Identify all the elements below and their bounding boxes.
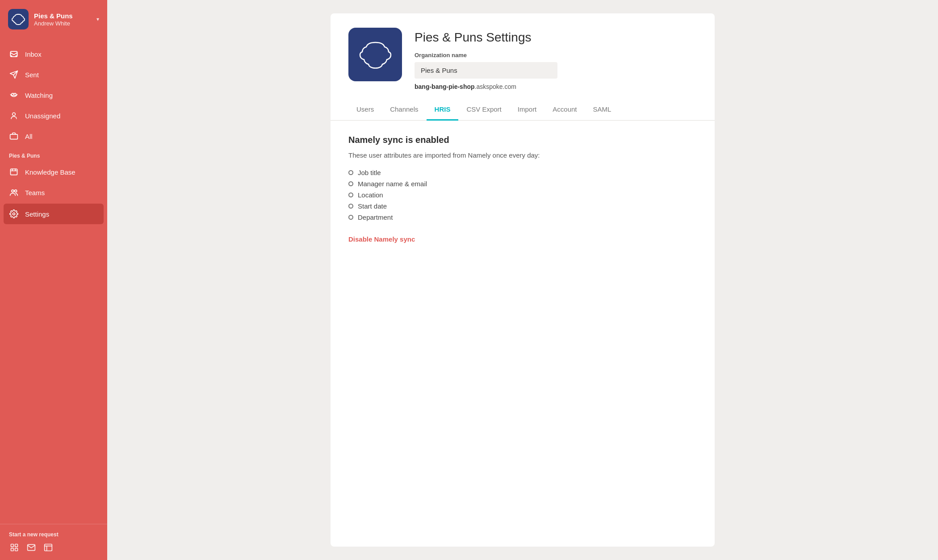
sidebar-item-label: Sent [25,71,39,79]
sidebar: Pies & Puns Andrew White ▾ Inbox [0,0,107,560]
tab-import[interactable]: Import [510,99,545,121]
org-logo-large [348,28,402,81]
svg-point-3 [14,93,16,96]
org-name-input[interactable] [415,62,557,79]
watching-icon [9,90,19,100]
sidebar-user-name: Andrew White [34,20,91,27]
sidebar-item-label: Teams [25,189,45,196]
sidebar-item-label: Settings [25,210,49,218]
sidebar-nav: Inbox Sent Watching [0,38,107,230]
main-content: Pies & Puns Settings Organization name b… [107,0,938,560]
sidebar-item-inbox[interactable]: Inbox [0,44,107,64]
org-details: Pies & Puns Settings Organization name b… [415,28,697,90]
tab-csv-export[interactable]: CSV Export [458,99,509,121]
org-name-label: Organization name [415,52,697,59]
svg-point-4 [13,113,16,116]
org-url: bang-bang-pie-shop.askspoke.com [415,83,697,90]
svg-point-10 [12,190,14,192]
teams-icon [9,188,19,197]
all-icon [9,131,19,141]
tab-hris[interactable]: HRIS [427,99,459,121]
svg-point-11 [15,190,17,192]
tab-account[interactable]: Account [544,99,585,121]
svg-rect-16 [15,548,18,551]
sidebar-item-label: Watching [25,92,53,99]
sidebar-header[interactable]: Pies & Puns Andrew White ▾ [0,0,107,38]
svg-point-12 [13,213,15,215]
tab-users[interactable]: Users [348,99,382,121]
page-title-light: Settings [483,30,532,44]
sidebar-item-unassigned[interactable]: Unassigned [0,105,107,126]
sidebar-bottom: Start a new request [0,524,107,560]
svg-rect-13 [11,544,14,547]
sent-icon [9,70,19,79]
svg-rect-5 [10,134,18,139]
sidebar-item-settings[interactable]: Settings [4,204,104,224]
hris-tab-content: Namely sync is enabled These user attrib… [331,121,715,258]
disable-namely-sync-link[interactable]: Disable Namely sync [348,235,415,243]
sidebar-item-label: Unassigned [25,112,60,120]
svg-rect-14 [15,544,18,547]
settings-icon [9,209,19,219]
sidebar-item-all[interactable]: All [0,126,107,146]
page-title-bold: Pies & Puns [415,30,483,44]
svg-rect-6 [11,169,17,175]
hris-attributes-list: Job title Manager name & email Location … [348,167,697,223]
hris-title: Namely sync is enabled [348,135,697,145]
list-item: Job title [348,167,697,178]
sidebar-item-label: All [25,133,33,140]
inbox-icon [9,49,19,59]
sidebar-org-info: Pies & Puns Andrew White [34,12,91,27]
start-new-request-label: Start a new request [9,531,98,538]
sidebar-item-sent[interactable]: Sent [0,64,107,85]
sidebar-item-label: Inbox [25,50,42,58]
svg-rect-15 [11,548,14,551]
tab-saml[interactable]: SAML [585,99,620,121]
email-icon[interactable] [26,542,37,553]
widget-icon[interactable] [43,542,54,553]
sidebar-org-name: Pies & Puns [34,12,91,20]
tabs-bar: Users Channels HRIS CSV Export Import Ac… [331,99,715,121]
sidebar-item-teams[interactable]: Teams [0,182,107,203]
list-item: Manager name & email [348,178,697,189]
card-header: Pies & Puns Settings Organization name b… [331,13,715,99]
tab-channels[interactable]: Channels [382,99,426,121]
list-item: Start date [348,201,697,212]
knowledge-base-icon [9,167,19,177]
slack-icon[interactable] [9,542,20,553]
svg-rect-17 [45,544,52,551]
chevron-down-icon[interactable]: ▾ [96,16,99,22]
list-item: Department [348,212,697,223]
unassigned-icon [9,111,19,121]
settings-card: Pies & Puns Settings Organization name b… [331,13,715,547]
hris-description: These user attributes are imported from … [348,151,697,159]
sidebar-item-knowledge-base[interactable]: Knowledge Base [0,162,107,182]
bottom-icons [9,542,98,553]
page-title: Pies & Puns Settings [415,30,697,45]
list-item: Location [348,189,697,201]
org-logo-small [8,9,29,29]
sidebar-item-watching[interactable]: Watching [0,85,107,105]
sidebar-section-label: Pies & Puns [0,146,107,162]
sidebar-item-label: Knowledge Base [25,168,75,176]
